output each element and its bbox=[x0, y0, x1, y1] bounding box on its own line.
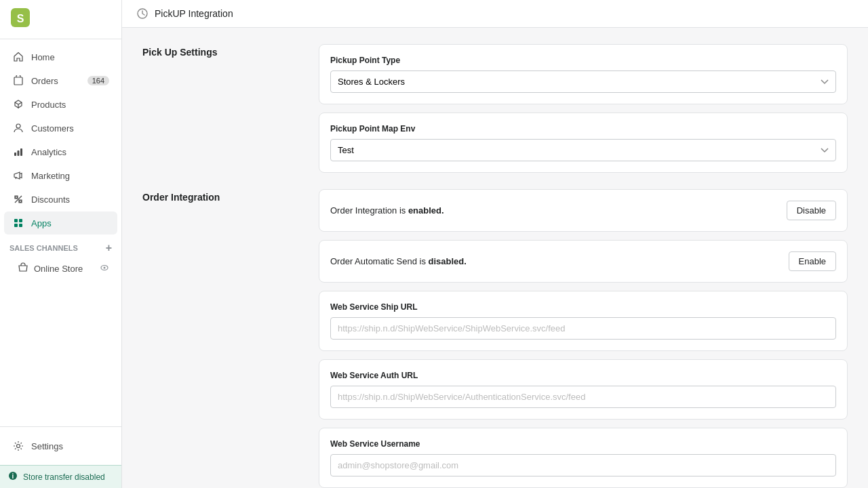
sidebar-item-home[interactable]: Home bbox=[4, 45, 117, 68]
svg-point-3 bbox=[16, 124, 20, 128]
sidebar-item-apps-label: Apps bbox=[31, 218, 52, 228]
sidebar-item-products[interactable]: Products bbox=[4, 93, 117, 116]
products-icon bbox=[12, 98, 24, 110]
main-area: PickUP Integration Pick Up Settings Pick… bbox=[122, 0, 868, 488]
apps-icon bbox=[12, 217, 24, 229]
pickup-point-type-select[interactable]: Stores & Lockers Stores Only Lockers Onl… bbox=[330, 70, 836, 93]
web-service-ship-url-label: Web Service Ship URL bbox=[330, 302, 836, 312]
pickup-point-map-env-label: Pickup Point Map Env bbox=[330, 124, 836, 134]
web-service-ship-url-input[interactable] bbox=[330, 317, 836, 340]
order-integration-status-text: Order Integration is enabled. bbox=[330, 205, 444, 216]
svg-rect-4 bbox=[14, 152, 16, 156]
pickup-point-map-env-select[interactable]: Test Production bbox=[330, 139, 836, 161]
sidebar-item-marketing[interactable]: Marketing bbox=[4, 164, 117, 187]
svg-point-8 bbox=[20, 201, 22, 203]
sidebar-item-analytics-label: Analytics bbox=[31, 147, 66, 157]
svg-rect-10 bbox=[19, 219, 22, 222]
sidebar-item-discounts[interactable]: Discounts bbox=[4, 188, 117, 211]
topbar: PickUP Integration bbox=[122, 0, 868, 28]
online-store-eye-icon[interactable] bbox=[100, 263, 109, 274]
settings-icon bbox=[12, 440, 24, 452]
online-store-icon bbox=[18, 262, 28, 275]
sidebar-item-products-label: Products bbox=[31, 100, 66, 110]
pickup-point-type-card: Pickup Point Type Stores & Lockers Store… bbox=[319, 44, 848, 104]
sidebar-settings-section: Settings bbox=[0, 426, 121, 465]
store-transfer-banner: i Store transfer disabled bbox=[0, 465, 121, 488]
order-auto-send-text: Order Automatic Send is disabled. bbox=[330, 256, 467, 266]
sales-channels-header: SALES CHANNELS + bbox=[0, 235, 121, 257]
svg-rect-6 bbox=[20, 148, 22, 156]
sidebar-navigation: Home Orders 164 Products Customers bbox=[0, 39, 121, 426]
svg-point-7 bbox=[16, 197, 18, 199]
store-transfer-label: Store transfer disabled bbox=[23, 472, 105, 482]
order-integration-status-row: Order Integration is enabled. Disable bbox=[330, 201, 836, 220]
sidebar-item-apps[interactable]: Apps bbox=[4, 211, 117, 235]
sidebar-item-customers-label: Customers bbox=[31, 123, 74, 134]
orders-badge: 164 bbox=[87, 76, 109, 85]
web-service-username-input[interactable] bbox=[330, 454, 836, 476]
sidebar-item-home-label: Home bbox=[31, 52, 55, 62]
sidebar-item-settings[interactable]: Settings bbox=[4, 434, 117, 458]
disable-order-integration-button[interactable]: Disable bbox=[787, 201, 836, 220]
order-auto-send-card: Order Automatic Send is disabled. Enable bbox=[319, 240, 848, 283]
svg-rect-5 bbox=[18, 150, 20, 156]
enable-order-auto-send-button[interactable]: Enable bbox=[789, 251, 836, 271]
content-area: Pick Up Settings Pickup Point Type Store… bbox=[122, 28, 868, 488]
sidebar-item-orders-label: Orders bbox=[31, 76, 58, 86]
order-integration-section: Order Integration Order Integration is e… bbox=[142, 189, 848, 488]
svg-point-15 bbox=[17, 445, 20, 448]
analytics-icon bbox=[12, 146, 24, 158]
web-service-auth-url-card: Web Service Auth URL bbox=[319, 359, 848, 420]
svg-rect-11 bbox=[14, 224, 18, 227]
pickup-point-type-label: Pickup Point Type bbox=[330, 56, 836, 65]
add-sales-channel-icon[interactable]: + bbox=[106, 242, 112, 254]
order-auto-send-row: Order Automatic Send is disabled. Enable bbox=[330, 251, 836, 271]
sidebar: S Home Orders 164 Products C bbox=[0, 0, 122, 488]
shopify-logo-icon: S bbox=[11, 8, 30, 27]
sidebar-logo: S bbox=[0, 0, 121, 39]
order-integration-label: Order Integration bbox=[142, 189, 305, 488]
svg-point-14 bbox=[104, 267, 106, 269]
pickup-point-map-env-card: Pickup Point Map Env Test Production bbox=[319, 113, 848, 173]
web-service-auth-url-input[interactable] bbox=[330, 386, 836, 408]
web-service-ship-url-card: Web Service Ship URL bbox=[319, 291, 848, 351]
svg-rect-2 bbox=[14, 77, 22, 85]
sidebar-item-customers[interactable]: Customers bbox=[4, 117, 117, 140]
order-integration-cards: Order Integration is enabled. Disable Or… bbox=[319, 189, 848, 488]
sidebar-item-discounts-label: Discounts bbox=[31, 195, 70, 205]
home-icon bbox=[12, 51, 24, 63]
pickup-settings-cards: Pickup Point Type Stores & Lockers Store… bbox=[319, 44, 848, 173]
discounts-icon bbox=[12, 193, 24, 205]
svg-rect-12 bbox=[19, 224, 22, 227]
sidebar-item-orders[interactable]: Orders 164 bbox=[4, 69, 117, 92]
pickup-settings-section: Pick Up Settings Pickup Point Type Store… bbox=[142, 44, 848, 173]
orders-icon bbox=[12, 75, 24, 87]
info-icon: i bbox=[8, 471, 18, 483]
sidebar-item-marketing-label: Marketing bbox=[31, 171, 70, 181]
order-integration-status-card: Order Integration is enabled. Disable bbox=[319, 189, 848, 232]
customers-icon bbox=[12, 122, 24, 134]
web-service-username-label: Web Service Username bbox=[330, 439, 836, 449]
sidebar-settings-label: Settings bbox=[31, 441, 63, 451]
pickup-icon bbox=[136, 7, 149, 20]
sidebar-item-analytics[interactable]: Analytics bbox=[4, 140, 117, 163]
svg-rect-9 bbox=[14, 219, 18, 222]
sidebar-item-online-store-label: Online Store bbox=[34, 264, 83, 274]
svg-text:S: S bbox=[17, 13, 24, 24]
web-service-auth-url-label: Web Service Auth URL bbox=[330, 371, 836, 380]
pickup-settings-label: Pick Up Settings bbox=[142, 44, 305, 173]
sidebar-item-online-store[interactable]: Online Store bbox=[4, 258, 117, 280]
topbar-title: PickUP Integration bbox=[155, 8, 233, 19]
web-service-username-card: Web Service Username bbox=[319, 428, 848, 488]
svg-text:i: i bbox=[12, 472, 14, 480]
marketing-icon bbox=[12, 169, 24, 182]
